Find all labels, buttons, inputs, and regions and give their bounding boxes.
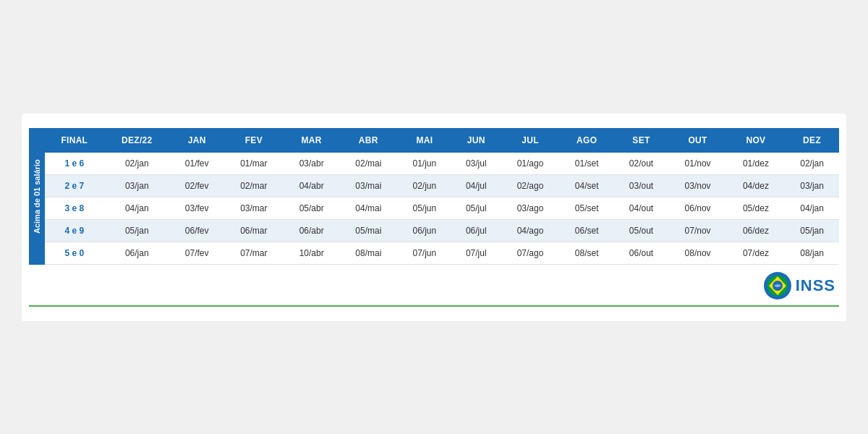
cell-jun-1: 04/jul [451, 174, 501, 197]
cell-out-4: 08/nov [668, 242, 726, 264]
cell-dez22-2: 04/jan [104, 197, 170, 219]
cell-abr-1: 03/mai [339, 174, 397, 197]
header-cell-mai: MAI [397, 128, 451, 153]
cell-fev-3: 06/mar [224, 219, 284, 242]
cell-fev-1: 02/mar [224, 174, 284, 197]
header-cell-jun: JUN [451, 128, 501, 153]
header-cell-dez-22: DEZ/22 [104, 128, 170, 153]
side-label: Acima de 01 salário [29, 128, 45, 265]
cell-abr-3: 05/mai [339, 219, 397, 242]
inss-icon [764, 272, 791, 299]
header-cell-abr: ABR [339, 128, 397, 153]
header-cell-out: OUT [668, 128, 726, 153]
header-cell-final: FINAL [45, 128, 104, 153]
cell-final-0: 1 e 6 [45, 153, 104, 175]
cell-out-3: 07/nov [668, 219, 726, 242]
cell-dez22-4: 06/jan [104, 242, 170, 264]
cell-mai-2: 05/jun [397, 197, 451, 219]
inss-logo: INSS [764, 272, 835, 299]
cell-ago-3: 06/set [560, 219, 614, 242]
main-container: Acima de 01 salário FINALDEZ/22JANFEVMAR… [22, 114, 846, 321]
cell-set-3: 05/out [614, 219, 669, 242]
cell-jul-2: 03/ago [501, 197, 559, 219]
header-cell-dez: DEZ [785, 128, 839, 153]
cell-out-1: 03/nov [668, 174, 726, 197]
cell-jul-4: 07/ago [501, 242, 559, 264]
table-row: 4 e 905/jan06/fev06/mar06/abr05/mai06/ju… [45, 219, 839, 242]
cell-set-4: 06/out [614, 242, 669, 264]
cell-mai-1: 02/jun [397, 174, 451, 197]
cell-nov-2: 05/dez [727, 197, 785, 219]
cell-jul-3: 04/ago [501, 219, 559, 242]
cell-dez-0: 02/jan [785, 153, 839, 175]
cell-set-1: 03/out [614, 174, 669, 197]
logo-area: INSS [29, 272, 839, 299]
cell-final-2: 3 e 8 [45, 197, 104, 219]
cell-abr-2: 04/mai [339, 197, 397, 219]
cell-mar-1: 04/abr [284, 174, 339, 197]
header-cell-ago: AGO [560, 128, 614, 153]
table-row: 3 e 804/jan03/fev03/mar05/abr04/mai05/ju… [45, 197, 839, 219]
cell-mar-3: 06/abr [284, 219, 339, 242]
cell-dez-2: 04/jan [785, 197, 839, 219]
header-cell-nov: NOV [727, 128, 785, 153]
cell-set-0: 02/out [614, 153, 669, 175]
cell-abr-4: 08/mai [339, 242, 397, 264]
table-row: 1 e 602/jan01/fev01/mar03/abr02/mai01/ju… [45, 153, 839, 175]
cell-set-2: 04/out [614, 197, 669, 219]
cell-mai-3: 06/jun [397, 219, 451, 242]
cell-out-2: 06/nov [668, 197, 726, 219]
cell-mar-2: 05/abr [284, 197, 339, 219]
cell-fev-0: 01/mar [224, 153, 284, 175]
cell-mar-4: 10/abr [284, 242, 339, 264]
cell-jun-4: 07/jul [451, 242, 501, 264]
table-header-row: FINALDEZ/22JANFEVMARABRMAIJUNJULAGOSETOU… [45, 128, 839, 153]
table-row: 2 e 703/jan02/fev02/mar04/abr03/mai02/ju… [45, 174, 839, 197]
cell-jun-0: 03/jul [451, 153, 501, 175]
cell-jan-4: 07/fev [170, 242, 224, 264]
cell-dez-4: 08/jan [785, 242, 839, 264]
cell-nov-0: 01/dez [727, 153, 785, 175]
cell-dez-1: 03/jan [785, 174, 839, 197]
cell-mai-4: 07/jun [397, 242, 451, 264]
cell-final-4: 5 e 0 [45, 242, 104, 264]
cell-jan-3: 06/fev [170, 219, 224, 242]
cell-ago-1: 04/set [560, 174, 614, 197]
cell-fev-4: 07/mar [224, 242, 284, 264]
cell-ago-2: 05/set [560, 197, 614, 219]
header-cell-jan: JAN [170, 128, 224, 153]
schedule-table: FINALDEZ/22JANFEVMARABRMAIJUNJULAGOSETOU… [45, 128, 839, 265]
cell-jan-2: 03/fev [170, 197, 224, 219]
table-row: 5 e 006/jan07/fev07/mar10/abr08/mai07/ju… [45, 242, 839, 264]
cell-final-1: 2 e 7 [45, 174, 104, 197]
cell-ago-4: 08/set [560, 242, 614, 264]
cell-jan-1: 02/fev [170, 174, 224, 197]
cell-nov-3: 06/dez [727, 219, 785, 242]
cell-nov-4: 07/dez [727, 242, 785, 264]
cell-dez-3: 05/jan [785, 219, 839, 242]
header-cell-mar: MAR [284, 128, 339, 153]
bottom-line [29, 305, 839, 307]
header-cell-set: SET [614, 128, 669, 153]
table-wrapper: Acima de 01 salário FINALDEZ/22JANFEVMAR… [29, 128, 839, 265]
cell-final-3: 4 e 9 [45, 219, 104, 242]
header-cell-fev: FEV [224, 128, 284, 153]
cell-mai-0: 01/jun [397, 153, 451, 175]
cell-jan-0: 01/fev [170, 153, 224, 175]
cell-out-0: 01/nov [668, 153, 726, 175]
cell-jun-2: 05/jul [451, 197, 501, 219]
inss-text: INSS [796, 276, 835, 295]
table-body: 1 e 602/jan01/fev01/mar03/abr02/mai01/ju… [45, 153, 839, 265]
cell-ago-0: 01/set [560, 153, 614, 175]
cell-nov-1: 04/dez [727, 174, 785, 197]
cell-fev-2: 03/mar [224, 197, 284, 219]
cell-jul-1: 02/ago [501, 174, 559, 197]
header-cell-jul: JUL [501, 128, 559, 153]
cell-dez22-0: 02/jan [104, 153, 170, 175]
cell-jun-3: 06/jul [451, 219, 501, 242]
cell-dez22-1: 03/jan [104, 174, 170, 197]
cell-dez22-3: 05/jan [104, 219, 170, 242]
cell-jul-0: 01/ago [501, 153, 559, 175]
cell-abr-0: 02/mai [339, 153, 397, 175]
cell-mar-0: 03/abr [284, 153, 339, 175]
